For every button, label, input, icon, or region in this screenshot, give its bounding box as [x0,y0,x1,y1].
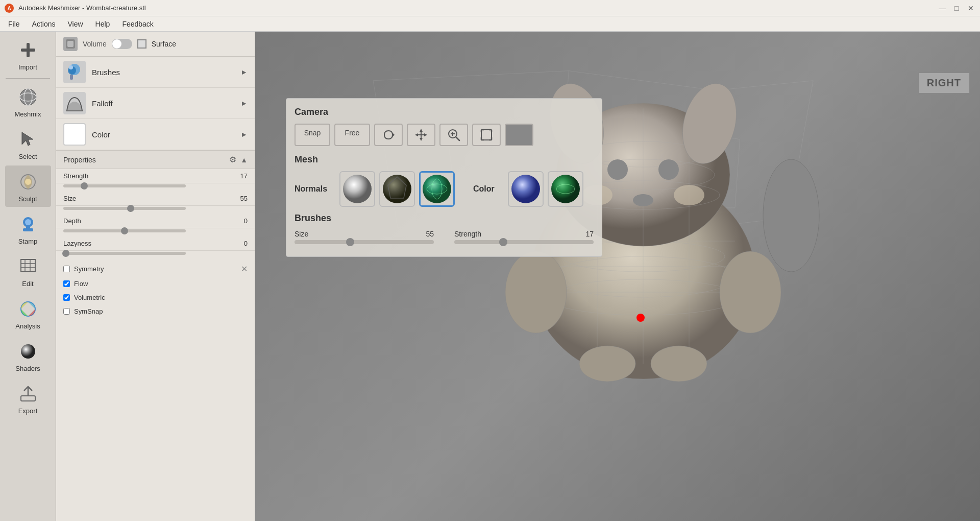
color-icon [63,123,86,146]
surface-checkbox[interactable] [137,39,146,49]
menu-help[interactable]: Help [89,18,116,30]
material-ball-white[interactable] [339,171,375,207]
zoom-icon-button[interactable] [439,124,468,146]
sidebar-item-sculpt[interactable]: Sculpt [5,165,51,207]
export-label: Export [18,407,38,415]
svg-point-4 [20,89,36,105]
volumetric-row: Volumetric [56,291,255,304]
import-label: Import [18,63,37,71]
overlay-strength-thumb[interactable] [499,238,507,246]
menu-actions[interactable]: Actions [26,18,62,30]
brush-section: Brushes ► Falloff ► Color ► [56,57,255,151]
select-label: Select [18,153,37,160]
sidebar-divider-1 [6,78,50,79]
strength-slider[interactable] [63,184,186,187]
export-icon [16,382,40,406]
sidebar-item-edit[interactable]: Edit [5,250,51,292]
overlay-size-thumb[interactable] [346,238,354,246]
viewport[interactable]: RIGHT Camera Snap Free [255,32,980,521]
fit-icon-button[interactable] [472,124,501,146]
symmetry-checkbox[interactable] [63,266,70,272]
sidebar-item-meshmix[interactable]: Meshmix [5,81,51,122]
snap-button[interactable]: Snap [295,124,330,146]
svg-marker-78 [420,129,423,132]
size-slider[interactable] [63,207,186,210]
lazyness-slider[interactable] [63,252,186,255]
camera-buttons: Snap Free [295,124,594,146]
menu-file[interactable]: File [2,18,26,30]
brushes-props: Size 55 Strength 17 [295,230,594,244]
rotate-icon-button[interactable] [374,124,403,146]
analysis-icon [16,297,40,321]
sidebar-item-stamp[interactable]: Stamp [5,208,51,249]
falloff-row[interactable]: Falloff ► [56,88,255,119]
symmetry-delete-icon[interactable]: ✕ [241,264,248,274]
svg-point-66 [633,194,653,206]
titlebar: A Autodesk Meshmixer - Wombat-creature.s… [0,0,980,16]
volumetric-checkbox[interactable] [63,294,70,301]
properties-gear-icon[interactable]: ⚙ [229,155,236,164]
menubar: File Actions View Help Feedback [0,16,980,32]
sculpt-label: Sculpt [18,195,37,203]
sidebar-item-shaders[interactable]: Shaders [5,335,51,376]
falloff-arrow: ► [240,99,248,107]
toggle-knob [112,39,121,49]
depth-thumb[interactable] [121,227,128,234]
size-thumb[interactable] [127,205,134,212]
svg-point-74 [636,314,645,322]
sidebar-item-analysis[interactable]: Analysis [5,293,51,334]
app-icon: A [4,3,14,13]
edit-label: Edit [22,280,33,288]
color-row[interactable]: Color ► [56,119,255,150]
svg-marker-79 [420,138,423,141]
svg-point-64 [607,159,628,180]
tool-panel: Volume Surface Brushes ► [56,32,255,521]
meshmix-label: Meshmix [14,110,41,118]
symmetry-row: Symmetry ✕ [56,261,255,277]
svg-rect-13 [26,226,30,229]
material-ball-green[interactable] [548,171,583,207]
material-ball-blue[interactable] [508,171,544,207]
pan-icon-button[interactable] [407,124,435,146]
volume-label: Volume [83,40,107,48]
maximize-button[interactable]: □ [951,4,962,12]
material-ball-teal[interactable] [419,171,455,207]
select-icon [16,127,40,152]
svg-rect-3 [21,49,35,52]
strength-col: Strength 17 [454,230,594,244]
symsnap-checkbox[interactable] [63,308,70,315]
strength-thumb[interactable] [81,182,88,190]
minimize-button[interactable]: — [937,4,947,12]
properties-title: Properties [63,156,229,164]
menu-feedback[interactable]: Feedback [116,18,159,30]
close-button[interactable]: ✕ [966,4,976,12]
flow-checkbox[interactable] [63,280,70,287]
vol-surf-toggle[interactable] [112,39,132,49]
svg-marker-80 [415,133,418,136]
svg-marker-7 [22,132,33,146]
sidebar-item-import[interactable]: Import [5,34,51,75]
overlay-strength-slider[interactable] [454,240,594,244]
sidebar-item-export[interactable]: Export [5,377,51,419]
free-button[interactable]: Free [334,124,370,146]
edit-icon [16,254,40,279]
material-ball-dark[interactable] [379,171,415,207]
left-sidebar: Import Meshmix Select [0,32,56,521]
symmetry-label: Symmetry [74,265,104,273]
brushes-label: Brushes [92,68,240,77]
normals-color-row: Normals [295,171,594,207]
falloff-icon [63,92,86,114]
svg-point-9 [25,179,31,185]
svg-point-70 [720,251,781,333]
properties-collapse-icon[interactable]: ▲ [240,156,248,164]
lazyness-thumb[interactable] [62,250,69,257]
sidebar-item-select[interactable]: Select [5,123,51,164]
brushes-row[interactable]: Brushes ► [56,57,255,88]
empty-cam-button[interactable] [505,124,533,146]
menu-view[interactable]: View [61,18,89,30]
brushes-icon [63,61,86,83]
properties-header: Properties ⚙ ▲ [56,151,255,169]
overlay-size-slider[interactable] [295,240,434,244]
depth-slider[interactable] [63,229,186,232]
window-controls: — □ ✕ [937,4,976,12]
